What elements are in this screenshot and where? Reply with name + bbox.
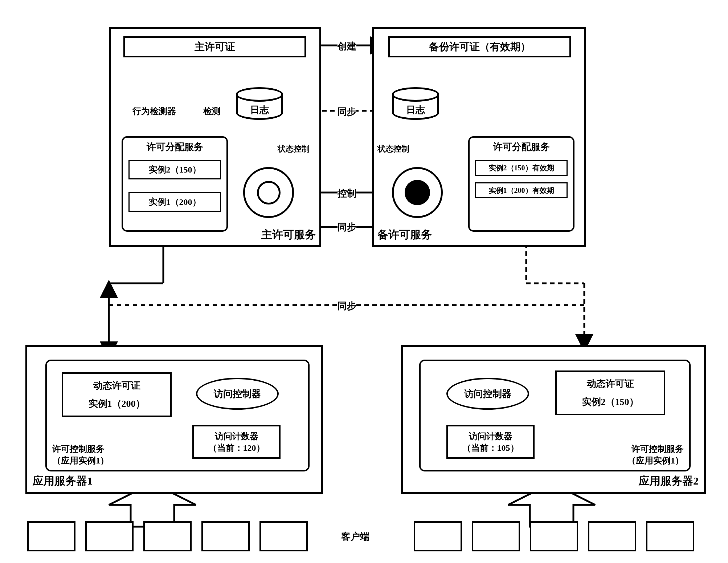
server2-dl-inst: 实例2（150） xyxy=(582,396,639,408)
main-license: 主许可证 xyxy=(123,36,306,57)
server1-ctrl-label: 许可控制服务（应用实例1） xyxy=(52,443,118,466)
backup-alloc-service: 许可分配服务 实例2（150）有效期 实例1（200）有效期 xyxy=(468,136,574,232)
server1-counter-title: 访问计数器 xyxy=(215,430,258,442)
backup-alloc-title: 许可分配服务 xyxy=(470,138,573,156)
client-rect xyxy=(530,521,578,551)
server1-dynamic-license: 动态许可证 实例1（200） xyxy=(62,372,172,417)
server2-dl-title: 动态许可证 xyxy=(587,377,634,390)
detect-label: 检测 xyxy=(203,105,221,117)
client-rect xyxy=(27,521,75,551)
server1-access-controller: 访问控制器 xyxy=(196,378,279,410)
server1-ac-label: 访问控制器 xyxy=(214,388,261,400)
main-log-label: 日志 xyxy=(236,104,283,116)
server1-dl-inst: 实例1（200） xyxy=(89,397,145,410)
main-instance2: 实例2（150） xyxy=(128,160,221,179)
main-log-cylinder: 日志 xyxy=(236,93,283,120)
backup-service-title: 备许可服务 xyxy=(377,227,432,242)
backup-instance1: 实例1（200）有效期 xyxy=(475,182,568,198)
main-state-indicator xyxy=(243,167,294,218)
client-label: 客户端 xyxy=(341,530,369,543)
client-rect xyxy=(259,521,308,551)
client-rect xyxy=(414,521,462,551)
client-rect xyxy=(85,521,134,551)
main-service-title: 主许可服务 xyxy=(261,227,316,242)
server2-ac-label: 访问控制器 xyxy=(464,388,511,400)
donut-filled-icon xyxy=(405,180,430,205)
server2-counter-title: 访问计数器 xyxy=(469,430,512,442)
client-rect xyxy=(472,521,520,551)
server2-ctrl-label: 许可控制服务（应用实例1） xyxy=(618,443,684,466)
sync-alloc-label: 同步 xyxy=(338,221,356,234)
client-rect xyxy=(646,521,694,551)
backup-instance2: 实例2（150）有效期 xyxy=(475,160,568,176)
app-server-1-title: 应用服务器1 xyxy=(33,474,93,489)
control-label: 控制 xyxy=(338,187,356,200)
main-state-control-label: 状态控制 xyxy=(278,143,310,154)
middle-sync-label: 同步 xyxy=(338,300,356,312)
server2-dynamic-license: 动态许可证 实例2（150） xyxy=(555,370,665,415)
sync-log-label: 同步 xyxy=(338,105,356,118)
backup-license-label: 备份许可证（有效期） xyxy=(429,40,531,54)
main-alloc-service: 许可分配服务 实例2（150） 实例1（200） xyxy=(122,136,228,232)
client-rect xyxy=(201,521,250,551)
server2-access-controller: 访问控制器 xyxy=(446,378,529,410)
backup-license: 备份许可证（有效期） xyxy=(388,36,571,57)
backup-state-indicator xyxy=(392,167,443,218)
behavior-detector: 行为检测器 xyxy=(132,105,176,117)
client-rect xyxy=(143,521,192,551)
architecture-diagram: 主许可服务 主许可证 行为检测器 检测 日志 许可分配服务 实例2（150） 实… xyxy=(7,7,721,556)
server1-counter-val: （当前：120） xyxy=(208,442,265,454)
server2-counter: 访问计数器 （当前：105） xyxy=(446,425,535,459)
main-instance1: 实例1（200） xyxy=(128,192,221,212)
server1-dl-title: 动态许可证 xyxy=(93,379,140,392)
create-label: 创建 xyxy=(338,40,356,53)
client-rect xyxy=(588,521,636,551)
main-alloc-title: 许可分配服务 xyxy=(123,138,226,156)
server2-counter-val: （当前：105） xyxy=(462,442,519,454)
backup-log-cylinder: 日志 xyxy=(392,93,439,120)
donut-hole-icon xyxy=(257,181,281,204)
main-license-label: 主许可证 xyxy=(195,40,235,54)
app-server-2-title: 应用服务器2 xyxy=(639,474,699,489)
backup-log-label: 日志 xyxy=(392,104,439,116)
backup-state-control-label: 状态控制 xyxy=(377,143,409,154)
server1-counter: 访问计数器 （当前：120） xyxy=(192,425,281,459)
